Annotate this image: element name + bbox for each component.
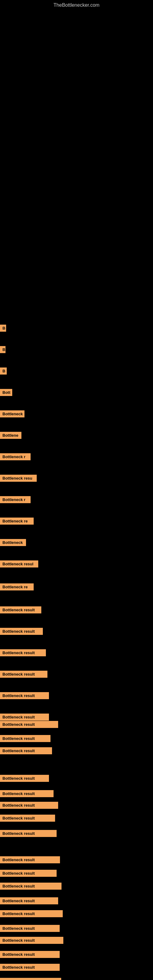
bottleneck-item: Bottleneck result xyxy=(0,937,63,944)
bottleneck-item: Bottleneck result xyxy=(0,978,61,980)
bottleneck-item: Bottleneck result xyxy=(0,747,52,754)
bottleneck-item: Bottleneck result xyxy=(0,606,41,613)
bottleneck-item: Bottleneck result xyxy=(0,830,57,837)
bottleneck-item: Bottleneck result xyxy=(0,721,58,728)
bottleneck-item: Bottleneck r xyxy=(0,453,30,460)
bottleneck-item: Bottleneck result xyxy=(0,775,49,782)
bottleneck-item: Bottleneck result xyxy=(0,628,43,635)
bottleneck-item: Bottleneck result xyxy=(0,951,60,958)
bottleneck-item: Bottleneck xyxy=(0,410,24,417)
bottleneck-item: Bottleneck result xyxy=(0,671,48,678)
bottleneck-item: B xyxy=(0,346,5,353)
site-title: TheBottlenecker.com xyxy=(0,0,153,9)
bottleneck-item: Bottleneck result xyxy=(0,897,58,904)
bottleneck-item: Bottleneck result xyxy=(0,649,46,656)
bottleneck-item: Bottleneck result xyxy=(0,925,60,932)
bottleneck-item: Bottleneck result xyxy=(0,714,49,721)
bottleneck-item: Bottleneck re xyxy=(0,584,33,590)
bottleneck-item: Bottleneck re xyxy=(0,517,33,525)
bottleneck-item: Bottleneck result xyxy=(0,910,63,917)
bottleneck-item: Bottleneck xyxy=(0,539,26,546)
bottleneck-item: B xyxy=(0,368,7,375)
bottleneck-item: Bottleneck resu xyxy=(0,475,37,482)
bottleneck-item: Bott xyxy=(0,389,12,396)
bottleneck-item: Bottleneck result xyxy=(0,870,57,877)
bottleneck-item: Bottleneck result xyxy=(0,883,62,890)
bottleneck-item: Bottleneck result xyxy=(0,964,60,971)
bottleneck-item: B xyxy=(0,325,6,332)
bottleneck-item: Bottleneck resul xyxy=(0,560,38,568)
bottleneck-item: Bottleneck result xyxy=(0,802,58,809)
bottleneck-item: Bottleneck result xyxy=(0,815,55,822)
bottleneck-item: Bottleneck r xyxy=(0,496,30,503)
bottleneck-item: Bottlene xyxy=(0,432,21,439)
bottleneck-item: Bottleneck result xyxy=(0,692,49,699)
bottleneck-item: Bottleneck result xyxy=(0,856,60,863)
bottleneck-item: Bottleneck result xyxy=(0,735,51,742)
bottleneck-item: Bottleneck result xyxy=(0,790,54,797)
